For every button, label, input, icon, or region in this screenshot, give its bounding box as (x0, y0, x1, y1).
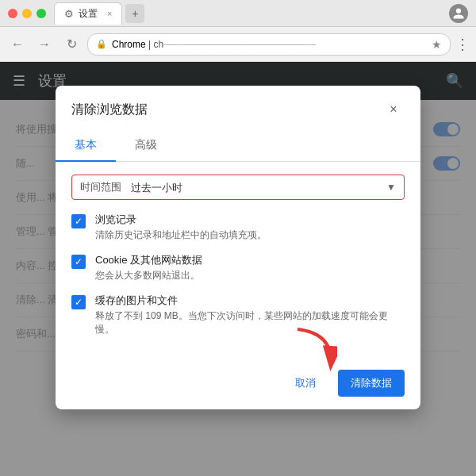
checkbox-browsing-history: ✓ 浏览记录 清除历史记录和地址栏中的自动填充项。 (71, 213, 405, 242)
checkbox-1-title: 浏览记录 (95, 213, 267, 227)
minimize-window-btn[interactable] (22, 9, 32, 18)
more-options-btn[interactable]: ⋮ (455, 36, 470, 53)
clear-browsing-dialog: 清除浏览数据 × 基本 高级 时间范围 过去一小时 过去24小时 过去7天 过去… (56, 86, 420, 409)
dialog-close-btn[interactable]: × (382, 98, 405, 121)
dialog-header: 清除浏览数据 × (56, 86, 420, 121)
profile-icon[interactable] (449, 4, 468, 23)
settings-page: ☰ 设置 🔍 将使用搜索词补充查看资源提供生产途给 Google。 随... 使… (0, 62, 476, 476)
checkbox-cookies: ✓ Cookie 及其他网站数据 您会从大多数网站退出。 (71, 253, 405, 282)
dropdown-arrow-icon: ▼ (386, 182, 396, 193)
chrome-label: Chrome (112, 39, 146, 50)
new-tab-btn[interactable]: + (125, 4, 144, 23)
checkmark-icon: ✓ (75, 297, 83, 308)
tab-close-btn[interactable]: × (107, 9, 112, 18)
dialog-tabs: 基本 高级 (56, 130, 420, 162)
checkbox-3-content: 缓存的图片和文件 释放了不到 109 MB。当您下次访问时，某些网站的加载速度可… (95, 294, 405, 336)
tab-basic[interactable]: 基本 (56, 130, 116, 162)
lock-icon: 🔒 (96, 39, 107, 49)
checkbox-cache: ✓ 缓存的图片和文件 释放了不到 109 MB。当您下次访问时，某些网站的加载速… (71, 294, 405, 336)
checkbox-3[interactable]: ✓ (71, 295, 86, 309)
close-window-btn[interactable] (8, 9, 17, 18)
checkmark-icon: ✓ (75, 216, 83, 227)
checkbox-1[interactable]: ✓ (71, 214, 86, 228)
checkbox-1-content: 浏览记录 清除历史记录和地址栏中的自动填充项。 (95, 213, 267, 242)
address-path: | ch———————————————— (148, 39, 316, 50)
active-tab[interactable]: ⚙ 设置 × (54, 2, 122, 25)
dialog-footer: 取消 清除数据 (56, 360, 420, 409)
checkbox-1-desc: 清除历史记录和地址栏中的自动填充项。 (95, 228, 267, 242)
titlebar: ⚙ 设置 × + (0, 0, 476, 27)
traffic-lights (8, 9, 46, 18)
checkbox-3-desc: 释放了不到 109 MB。当您下次访问时，某些网站的加载速度可能会更慢。 (95, 309, 405, 336)
maximize-window-btn[interactable] (36, 9, 46, 18)
checkbox-2[interactable]: ✓ (71, 255, 86, 269)
checkbox-2-desc: 您会从大多数网站退出。 (95, 269, 202, 282)
time-range-selector[interactable]: 时间范围 过去一小时 过去24小时 过去7天 过去4周 全部时间 ▼ (71, 175, 405, 200)
checkbox-2-content: Cookie 及其他网站数据 您会从大多数网站退出。 (95, 253, 202, 282)
forward-btn[interactable]: → (33, 33, 56, 56)
back-btn[interactable]: ← (6, 33, 29, 56)
bookmark-icon[interactable]: ★ (432, 38, 442, 51)
refresh-btn[interactable]: ↻ (60, 33, 83, 56)
time-range-label: 时间范围 (80, 180, 121, 194)
arrow-indicator (290, 325, 337, 376)
dialog-title: 清除浏览数据 (71, 102, 148, 118)
tab-title: 设置 (79, 7, 98, 21)
address-bar-input[interactable]: 🔒 Chrome | ch———————————————— ★ (87, 33, 451, 56)
dialog-body: 时间范围 过去一小时 过去24小时 过去7天 过去4周 全部时间 ▼ ✓ 浏览记… (56, 162, 420, 360)
checkbox-2-title: Cookie 及其他网站数据 (95, 253, 202, 267)
tab-bar: ⚙ 设置 × + (54, 2, 449, 25)
tab-advanced[interactable]: 高级 (116, 130, 176, 162)
addressbar: ← → ↻ 🔒 Chrome | ch———————————————— ★ ⋮ (0, 27, 476, 62)
checkmark-icon: ✓ (75, 256, 83, 267)
checkbox-3-title: 缓存的图片和文件 (95, 294, 405, 308)
gear-icon: ⚙ (64, 8, 74, 20)
time-range-select[interactable]: 过去一小时 过去24小时 过去7天 过去4周 全部时间 (131, 182, 377, 194)
address-text: Chrome | ch———————————————— (112, 39, 427, 50)
clear-data-button[interactable]: 清除数据 (338, 370, 405, 397)
